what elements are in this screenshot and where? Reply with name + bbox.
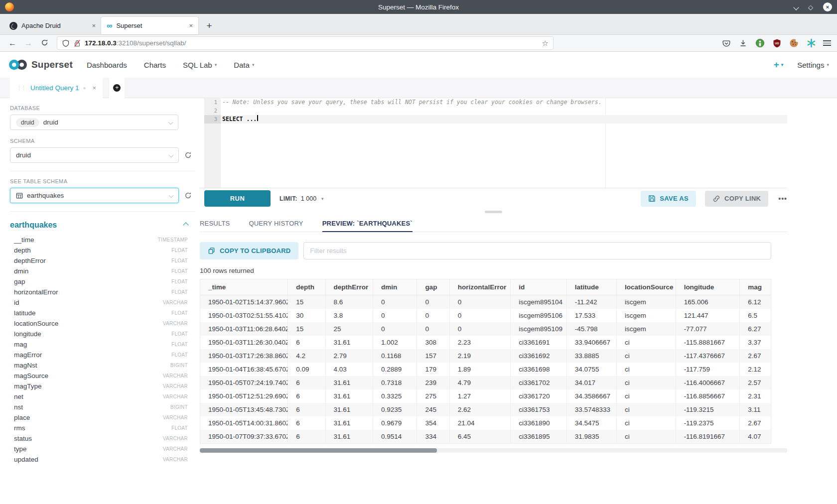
query-tab-untitled-1[interactable]: ⋮⋮ Untitled Query 1 ● ×	[10, 78, 103, 98]
minimize-button[interactable]	[794, 2, 798, 11]
copy-to-clipboard-button[interactable]: COPY TO CLIPBOARD	[200, 242, 298, 259]
results-column-header[interactable]: gap	[417, 279, 449, 295]
brand-wordmark[interactable]: Superset	[31, 59, 73, 70]
results-cell: 179	[417, 363, 449, 376]
browser-tab-superset[interactable]: ∞ Superset ×	[101, 17, 198, 34]
nav-sql-lab[interactable]: SQL Lab▾	[183, 61, 217, 69]
results-column-header[interactable]: depthError	[325, 279, 373, 295]
chevron-down-icon: ▾	[215, 62, 217, 67]
results-header-row: _timedepthdepthErrordmingaphorizontalErr…	[200, 279, 771, 295]
table-select[interactable]: earthquakes	[10, 188, 179, 203]
results-cell: 0.7318	[373, 376, 417, 389]
forward-button[interactable]: →	[22, 39, 35, 47]
results-cell: 6.27	[740, 322, 771, 336]
downloads-icon[interactable]	[739, 39, 747, 47]
column-name: rms	[14, 424, 25, 432]
add-query-tab-button[interactable]: +	[109, 78, 125, 98]
column-name: magError	[14, 351, 42, 359]
reload-button[interactable]	[38, 39, 51, 48]
results-column-header[interactable]: _time	[200, 279, 288, 295]
settings-menu[interactable]: Settings▾	[797, 61, 829, 69]
column-name: id	[14, 299, 19, 306]
chevron-down-icon	[169, 193, 174, 198]
results-column-header[interactable]: depth	[288, 279, 325, 295]
bookmark-star-icon[interactable]: ☆	[542, 39, 549, 48]
results-cell: 0	[417, 309, 449, 322]
column-name: magNst	[14, 362, 37, 369]
url-text[interactable]: 172.18.0.3:32108/superset/sqllab/	[85, 39, 538, 47]
limit-value: 1 000	[301, 195, 316, 202]
results-column-header[interactable]: horizontalError	[449, 279, 511, 295]
results-cell: 31.61	[325, 430, 373, 443]
query-tab-close-icon[interactable]: ×	[93, 84, 97, 92]
nav-charts[interactable]: Charts	[144, 61, 166, 69]
scrollbar-thumb[interactable]	[200, 448, 437, 453]
results-row: 1950-01-04T16:38:45.670Z0.094.030.288917…	[200, 363, 771, 376]
pocket-icon[interactable]	[722, 39, 731, 48]
copy-link-button[interactable]: COPY LINK	[705, 191, 768, 207]
schema-select[interactable]: druid	[10, 147, 179, 163]
results-column-header[interactable]: id	[511, 279, 566, 295]
results-column-header[interactable]: latitude	[566, 279, 616, 295]
results-cell: ci	[617, 363, 676, 376]
new-tab-button[interactable]: +	[201, 17, 217, 34]
drag-handle-icon[interactable]: ⋮⋮	[16, 85, 26, 91]
table-schema-title[interactable]: earthquakes	[10, 221, 57, 230]
results-cell: 1950-01-02T15:14:37.960Z	[200, 295, 288, 309]
results-row: 1950-01-05T07:24:19.740Z631.610.73182394…	[200, 376, 771, 389]
add-new-button[interactable]: +▾	[774, 59, 784, 70]
maximize-button[interactable]: ◇	[808, 4, 813, 10]
nav-dashboards[interactable]: Dashboards	[87, 61, 127, 69]
browser-tab-apache-druid[interactable]: Apache Druid ×	[4, 17, 101, 34]
run-button[interactable]: RUN	[204, 190, 271, 207]
refresh-tables-button[interactable]	[184, 192, 192, 199]
more-actions-button[interactable]: •••	[778, 195, 787, 203]
ublock-origin-icon[interactable]: UO	[773, 39, 781, 48]
sqllab-sidebar: DATABASE druid druid SCHEMA druid	[0, 98, 199, 504]
results-column-header[interactable]: locationSource	[617, 279, 676, 295]
results-cell: 34.3586667	[566, 389, 616, 403]
tab-preview-earthquakes[interactable]: PREVIEW: `EARTHQUAKES`	[322, 215, 413, 232]
results-cell: 31.61	[325, 376, 373, 389]
database-label: DATABASE	[10, 105, 199, 111]
filter-results-input[interactable]	[303, 242, 771, 259]
shield-permissions-icon[interactable]	[62, 39, 70, 47]
collapse-chevron-icon[interactable]	[183, 222, 188, 228]
extension-green-icon[interactable]	[755, 38, 765, 48]
results-cell: 1950-01-03T11:26:30.040Z	[200, 336, 288, 349]
tab-query-history[interactable]: QUERY HISTORY	[249, 215, 303, 232]
tab-close-icon[interactable]: ×	[92, 22, 96, 29]
asterisk-extension-icon[interactable]	[807, 38, 816, 48]
chevron-down-icon: ▾	[781, 62, 784, 67]
close-button[interactable]: ×	[823, 2, 832, 11]
schema-column-row: latitudeFLOAT	[10, 308, 188, 318]
titlebar: Superset — Mozilla Firefox ◇ ×	[0, 0, 837, 14]
tab-results[interactable]: RESULTS	[200, 215, 230, 232]
results-cell: ci3361753	[511, 403, 566, 416]
column-type: FLOAT	[171, 425, 188, 431]
back-button[interactable]: ←	[6, 39, 19, 47]
results-cell: 25	[325, 322, 373, 336]
database-select[interactable]: druid druid	[10, 115, 178, 130]
horizontal-scrollbar[interactable]	[200, 448, 787, 453]
limit-dropdown[interactable]: LIMIT: 1 000 ▾	[279, 195, 324, 202]
save-as-button[interactable]: SAVE AS	[641, 191, 696, 207]
results-cell: ci	[617, 349, 676, 363]
editor-line: 2	[204, 107, 787, 115]
results-column-header[interactable]: mag	[740, 279, 771, 295]
sql-editor[interactable]: 1 -- Note: Unless you save your query, t…	[204, 98, 787, 188]
results-column-header[interactable]: dmin	[373, 279, 417, 295]
refresh-schemas-button[interactable]	[184, 151, 192, 159]
cookie-extension-icon[interactable]	[789, 38, 799, 48]
menu-hamburger-icon[interactable]	[823, 40, 831, 46]
pane-resize-handle[interactable]	[485, 211, 502, 213]
nav-data[interactable]: Data▾	[234, 61, 254, 69]
column-type: BIGINT	[170, 363, 188, 368]
insecure-lock-icon[interactable]	[74, 39, 81, 47]
divider	[10, 171, 195, 171]
tab-close-icon[interactable]: ×	[189, 22, 193, 29]
column-type: FLOAT	[171, 248, 188, 253]
results-cell: 2.31	[740, 389, 771, 403]
url-bar[interactable]: 172.18.0.3:32108/superset/sqllab/ ☆	[57, 36, 554, 50]
results-column-header[interactable]: longitude	[676, 279, 740, 295]
